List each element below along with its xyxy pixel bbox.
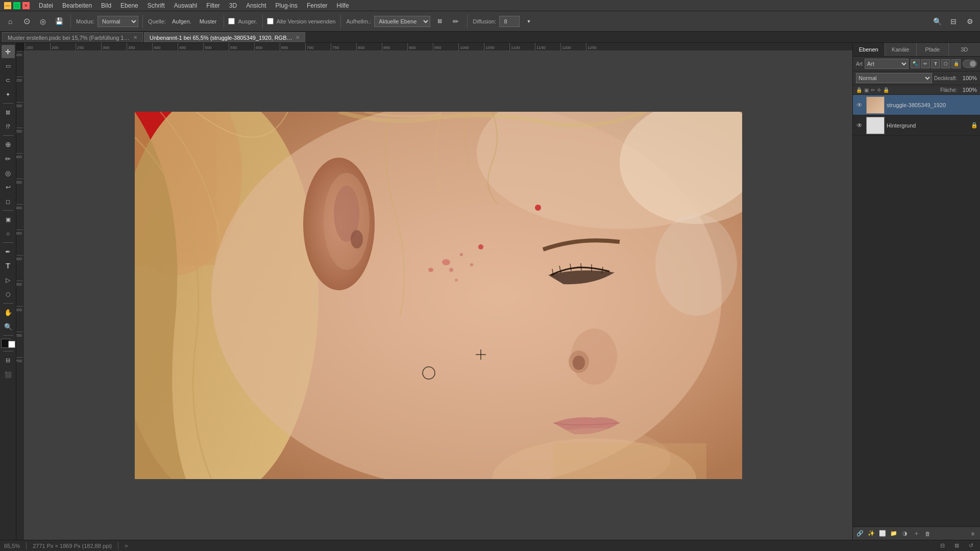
filter-shape-btn[interactable]: ⬡	[941, 59, 950, 68]
layer-item-struggle[interactable]: 👁 struggle-3805349_1920	[853, 95, 980, 115]
delete-layer-button[interactable]: 🗑	[922, 529, 933, 539]
tool-magic-wand[interactable]: ✦	[2, 88, 15, 101]
status-arrange-button[interactable]: ⊟	[937, 541, 947, 551]
panel-settings-button[interactable]: ≡	[968, 529, 978, 539]
tool-path-select[interactable]: ▷	[2, 273, 15, 287]
search-button[interactable]: 🔍	[930, 14, 944, 29]
ruler-mark: 1000	[458, 43, 484, 51]
link-layers-button[interactable]: 🔗	[855, 529, 865, 539]
tool-clone-stamp[interactable]: ◎	[2, 166, 15, 180]
tool-crop[interactable]: ⊠	[2, 106, 15, 119]
menu-ansicht[interactable]: Ansicht	[242, 1, 270, 10]
brush-tool-button[interactable]: ⊙	[19, 14, 34, 29]
clone-source-button[interactable]: ◎	[36, 14, 50, 29]
menu-schrift[interactable]: Schrift	[143, 1, 169, 10]
minimize-button[interactable]: —	[4, 2, 11, 9]
panel-tab-3d[interactable]: 3D	[949, 43, 981, 56]
tool-zoom[interactable]: 🔍	[2, 320, 15, 333]
menu-3d[interactable]: 3D	[225, 1, 241, 10]
sample-all-layers-button[interactable]: ⊠	[432, 14, 447, 29]
tool-screen-mode[interactable]: ⬛	[2, 368, 15, 381]
layers-blend-row: Normal Deckkraft: 100%	[853, 71, 980, 85]
filter-text-btn[interactable]: T	[931, 59, 940, 68]
tool-lasso[interactable]: ⊂	[2, 73, 15, 87]
tool-move[interactable]: ✛	[2, 45, 15, 58]
workspace-button[interactable]: ⚙	[963, 14, 977, 29]
tool-quickmask[interactable]: ⊟	[2, 354, 15, 367]
toolbar-separator-5	[340, 15, 341, 28]
filter-adjust-btn[interactable]: ✏	[921, 59, 930, 68]
new-adjustment-button[interactable]: ◑	[900, 529, 910, 539]
panel-tab-ebenen[interactable]: Ebenen	[853, 43, 885, 56]
menu-filter[interactable]: Filter	[202, 1, 224, 10]
filter-type-select[interactable]: Art	[865, 59, 909, 69]
aufhellm-label: Aufhellm.:	[346, 18, 371, 24]
layer-eye-struggle[interactable]: 👁	[855, 101, 864, 110]
tool-text[interactable]: T	[2, 259, 15, 272]
tool-eyedropper[interactable]: ⁉	[2, 120, 15, 133]
tool-history-brush[interactable]: ↩	[2, 181, 15, 194]
tool-shape[interactable]: ⬡	[2, 288, 15, 301]
tab-unbenannt-close[interactable]: ✕	[296, 35, 300, 40]
tab-muster-close[interactable]: ✕	[133, 35, 137, 40]
layer-thumb-img-struggle	[867, 97, 884, 113]
maximize-button[interactable]: □	[13, 2, 20, 9]
status-zoom-fit-button[interactable]: ⊠	[951, 541, 962, 551]
layer-item-background[interactable]: 👁 Hintergrund 🔒	[853, 115, 980, 136]
blend-mode-select[interactable]: Normal	[856, 73, 932, 83]
alte-version-checkbox[interactable]	[267, 18, 274, 24]
add-mask-button[interactable]: ⬜	[877, 529, 888, 539]
arrange-button[interactable]: ⊟	[946, 14, 961, 29]
menu-bild[interactable]: Bild	[97, 1, 115, 10]
tool-separator-2	[3, 135, 13, 136]
tool-brush[interactable]: ✏	[2, 152, 15, 165]
document-canvas[interactable]	[24, 51, 852, 540]
tool-gradient[interactable]: ▣	[2, 213, 15, 226]
diffusion-dropdown[interactable]: ▼	[522, 14, 536, 29]
menu-plugins[interactable]: Plug-ins	[272, 1, 302, 10]
layer-eye-background[interactable]: 👁	[855, 121, 864, 130]
tool-hand[interactable]: ✋	[2, 306, 15, 319]
tool-pen[interactable]: ✒	[2, 245, 15, 258]
healing-options-button[interactable]: ✏	[449, 14, 463, 29]
tool-eraser[interactable]: ◻	[2, 195, 15, 208]
fill-value: 100%	[959, 87, 977, 93]
new-layer-button[interactable]: ＋	[911, 529, 921, 539]
tab-muster[interactable]: Muster erstellen.psdc bei 15,7% (Farbfül…	[2, 32, 143, 42]
close-button[interactable]: ✕	[22, 2, 30, 9]
tool-dodge[interactable]: ○	[2, 227, 15, 240]
tool-spot-heal[interactable]: ⊕	[2, 138, 15, 151]
ruler-mark: 1100	[509, 43, 535, 51]
panel-tab-pfade[interactable]: Pfade	[917, 43, 949, 56]
ruler-mark: 800	[356, 43, 382, 51]
diffusion-input[interactable]: 8	[499, 16, 520, 27]
status-arrow[interactable]: >	[125, 543, 128, 549]
muster-button[interactable]: Muster	[197, 14, 220, 29]
filter-pixel-btn[interactable]: 🔦	[911, 59, 920, 68]
status-rotate-button[interactable]: ↺	[966, 541, 976, 551]
menu-datei[interactable]: Datei	[35, 1, 57, 10]
add-style-button[interactable]: ✨	[866, 529, 876, 539]
menu-fenster[interactable]: Fenster	[303, 1, 332, 10]
ruler-mark: 150	[24, 43, 50, 51]
photo-image	[135, 112, 742, 479]
menu-hilfe[interactable]: Hilfe	[333, 1, 353, 10]
ausger-checkbox[interactable]	[228, 18, 235, 24]
layer-name-background: Hintergrund	[887, 122, 969, 129]
modus-select[interactable]: Normal	[97, 16, 138, 27]
filter-smart-btn[interactable]: 🔒	[951, 59, 961, 68]
filter-toggle[interactable]	[963, 60, 977, 68]
status-zoom: 65,5%	[4, 543, 20, 549]
panel-tab-kanale[interactable]: Kanäle	[885, 43, 917, 56]
menu-bearbeiten[interactable]: Bearbeiten	[58, 1, 96, 10]
aufhellm-select[interactable]: Aktuelle Ebene	[374, 16, 430, 27]
menu-auswahl[interactable]: Auswahl	[170, 1, 201, 10]
tool-select-rect[interactable]: ▭	[2, 59, 15, 72]
aufgen-button[interactable]: Aufgen.	[169, 14, 194, 29]
background-color[interactable]	[8, 341, 15, 348]
new-group-button[interactable]: 📁	[889, 529, 899, 539]
menu-ebene[interactable]: Ebene	[116, 1, 142, 10]
home-button[interactable]: ⌂	[3, 14, 17, 29]
save-button[interactable]: 💾	[52, 14, 66, 29]
tab-unbenannt[interactable]: Unbenannt-1 bei 65,5% (struggle-3805349_…	[144, 32, 305, 42]
